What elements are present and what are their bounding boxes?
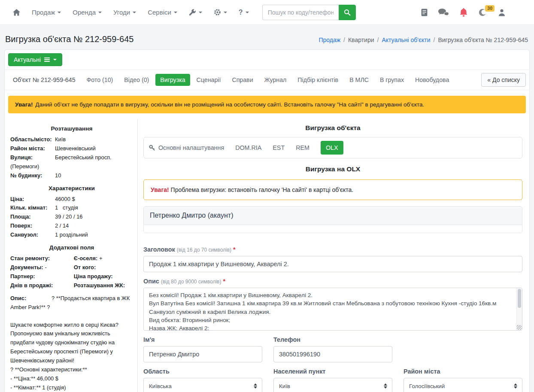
chevron-down-icon <box>53 59 57 61</box>
help-menu[interactable]: ? <box>239 9 249 16</box>
region-select[interactable]: Київська <box>143 378 262 392</box>
account-panel-header[interactable]: Петренко Дмитро (акаунт) <box>144 207 522 225</box>
char-row: Санвузол:1 роздільний <box>10 231 133 240</box>
tab-scenarii[interactable]: Сценарії <box>192 74 226 86</box>
description-line: - **Ціна:** 46,000 $ <box>10 374 133 383</box>
tab-photo[interactable]: Фото (10) <box>82 74 118 86</box>
description-line: ? **Основні характеристики:** <box>10 365 133 374</box>
user-profile-icon[interactable] <box>498 9 506 17</box>
select-arrows-icon <box>384 383 387 389</box>
messages-icon[interactable] <box>438 8 449 17</box>
site-warning-banner: Увага! Даний об'єкт не буде попадати в в… <box>8 96 526 113</box>
location-row: № будинку:10 <box>10 171 133 180</box>
nav-item-ugody[interactable]: Угоди <box>113 9 136 16</box>
olx-upload-title: Вигрузка на OLX <box>143 165 522 173</box>
city-field-group: Населений пункт Київ <box>273 368 392 392</box>
breadcrumb: Продаж/Квартири/Актуальні об'єкти/Вигруз… <box>319 36 528 43</box>
tab-pidbir-klientiv[interactable]: Підбір клієнтів <box>293 74 343 86</box>
extra-fields-grid: Стан ремонту: Є-оселя: + Документы: - От… <box>10 254 133 290</box>
breadcrumb-prodazh[interactable]: Продаж <box>319 36 340 43</box>
key-icon <box>149 145 155 151</box>
region-field-group: Область Київська <box>143 368 262 392</box>
search-bar <box>262 5 356 20</box>
name-label: Ім'я <box>143 336 155 343</box>
tab-zhurnal[interactable]: Журнал <box>260 74 291 86</box>
tab-groups[interactable]: В групах <box>375 74 409 86</box>
breadcrumb-current: Вигрузка об'єкта № 212-959-645 <box>438 36 528 43</box>
location-row: Вулиця:Берестейський просп.(Перемоги) <box>10 153 133 171</box>
char-row: Кільк. кімнат:1 студія <box>10 204 133 213</box>
settings-menu[interactable] <box>214 9 227 16</box>
section-title-characteristics: Характеристики <box>10 184 133 193</box>
home-icon[interactable] <box>13 9 20 16</box>
object-summary-sidebar: Розташування Область/місто:Київ Район мі… <box>5 119 138 392</box>
tab-rem[interactable]: REM <box>296 141 309 154</box>
search-input[interactable] <box>262 5 339 20</box>
top-navbar: Продаж Оренда Угоди Сервіси ? 30 <box>0 0 534 25</box>
journal-icon[interactable] <box>421 9 428 16</box>
tab-olx[interactable]: OLX <box>321 141 343 155</box>
gear-icon <box>214 9 221 16</box>
status-label: Актуальні <box>14 56 41 63</box>
tab-main-settings[interactable]: Основні налаштування <box>149 141 224 154</box>
coins-badge: 30 <box>485 5 495 12</box>
object-card: Актуальні Об'єкт № 212-959-645 Фото (10)… <box>4 49 530 392</box>
status-dropdown-button[interactable]: Актуальні <box>8 53 62 66</box>
description-hint: (від 80 до 9000 символів) <box>161 279 221 285</box>
district-select[interactable]: Голосіївський <box>404 378 522 392</box>
textarea-resize-grip[interactable] <box>517 325 522 330</box>
district-label: Район міста <box>404 368 440 375</box>
tab-object[interactable]: Об'єкт № 212-959-645 <box>8 74 80 86</box>
phone-label: Телефон <box>273 336 300 343</box>
title-input[interactable] <box>143 256 522 272</box>
city-label: Населений пункт <box>273 368 325 375</box>
page-header: Вигрузка об'єкта № 212-959-645 Продаж/Кв… <box>0 25 534 49</box>
title-label: Заголовок <box>143 246 175 253</box>
tab-vygruzka[interactable]: Вигрузка <box>155 74 190 86</box>
region-label: Область <box>143 368 170 375</box>
tab-est[interactable]: EST <box>273 141 285 154</box>
page-title: Вигрузка об'єкта № 212-959-645 <box>5 34 134 44</box>
select-arrows-icon <box>254 383 257 389</box>
menu-bars-icon <box>44 58 50 62</box>
char-row: Поверх:2 / 14 <box>10 222 133 231</box>
upload-main-panel: Вигрузка об'єкта Основні налаштування DO… <box>138 119 529 392</box>
wrench-menu[interactable] <box>189 9 202 16</box>
char-row: Площа:39 / 20 / 16 <box>10 213 133 222</box>
section-title-extra-fields: Додаткові поля <box>10 243 133 252</box>
notifications-bell-icon[interactable] <box>459 8 468 17</box>
breadcrumb-aktualni[interactable]: Актуальні об'єкти <box>382 36 430 43</box>
description-field-group: Опис (від 80 до 9000 символів) * Без ком… <box>143 278 522 331</box>
breadcrumb-kvartyry: Квартири <box>348 36 374 43</box>
tab-novobudova[interactable]: Новобудова <box>410 74 454 86</box>
nav-item-servisy[interactable]: Сервіси <box>148 9 177 16</box>
select-arrows-icon <box>514 383 517 389</box>
description-line: - **Кімнат:** 1 (студія) <box>10 383 133 392</box>
tab-video[interactable]: Відео (0) <box>119 74 154 86</box>
coins-icon[interactable]: 30 <box>478 8 488 17</box>
district-field-group: Район міста Голосіївський <box>404 368 522 392</box>
nav-item-prodazh[interactable]: Продаж <box>32 9 61 16</box>
back-to-list-button[interactable]: « До списку <box>481 73 526 87</box>
account-panel-body <box>144 225 522 233</box>
object-tabs-row: Об'єкт № 212-959-645 Фото (10) Відео (0)… <box>5 70 529 90</box>
description-textarea[interactable]: Без комісії! Продаж 1 кім.квартири у Виш… <box>144 288 516 330</box>
olx-warning-box: Увага! Проблема вигрузки: встановіть гал… <box>143 179 522 200</box>
tab-mls[interactable]: В МЛС <box>345 74 373 86</box>
city-select[interactable]: Київ <box>273 378 392 392</box>
char-row: Ціна:46000 $ <box>10 195 133 204</box>
description-paragraph: Шукаєте комфортне житло в серці Києва? П… <box>10 321 133 366</box>
textarea-scrollbar[interactable] <box>516 288 522 330</box>
status-toolbar: Актуальні <box>5 50 529 70</box>
tab-spravy[interactable]: Справи <box>227 74 258 86</box>
name-field-group: Ім'я <box>143 336 262 362</box>
phone-input[interactable] <box>273 346 392 362</box>
nav-item-orenda[interactable]: Оренда <box>73 9 102 16</box>
upload-platform-tabs: Основні налаштування DOM.RIA EST REM OLX <box>143 137 522 158</box>
search-button[interactable] <box>339 5 356 20</box>
title-field-group: Заголовок (від 16 до 70 символів) * <box>143 246 522 272</box>
title-hint: (від 16 до 70 символів) <box>177 247 231 253</box>
location-row: Область/місто:Київ <box>10 135 133 144</box>
name-input[interactable] <box>143 346 262 362</box>
tab-domria[interactable]: DOM.RIA <box>235 141 261 154</box>
